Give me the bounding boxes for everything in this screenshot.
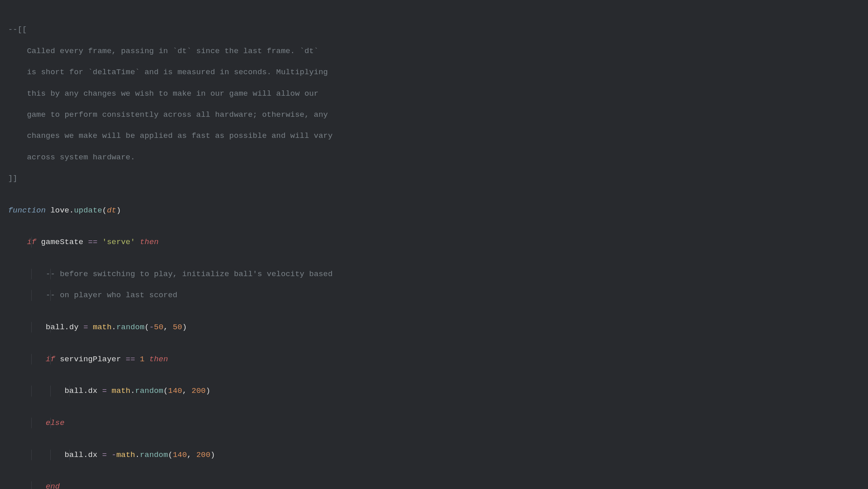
keyword: end bbox=[46, 482, 60, 489]
identifier: servingPlayer bbox=[60, 355, 121, 364]
comment-text: Called every frame, passing in `dt` sinc… bbox=[8, 47, 319, 56]
operator: - bbox=[111, 450, 116, 459]
keyword: else bbox=[46, 418, 64, 427]
code-line: -- on player who last scored bbox=[8, 290, 868, 300]
comment-text: -- on player who last scored bbox=[46, 291, 178, 300]
code-line: ball.dx = -math.random(140, 200) bbox=[8, 450, 868, 460]
identifier: math bbox=[93, 323, 111, 332]
keyword: if bbox=[27, 238, 36, 247]
number: 200 bbox=[192, 386, 206, 395]
identifier: dx bbox=[88, 450, 97, 459]
code-line: ]] bbox=[8, 173, 868, 184]
number: 50 bbox=[154, 323, 163, 332]
code-line: else bbox=[8, 418, 868, 428]
operator: == bbox=[88, 238, 97, 247]
code-line: function love.update(dt) bbox=[8, 205, 868, 216]
comment-text: across system hardware. bbox=[8, 153, 135, 162]
comment-text: --[[ bbox=[8, 25, 27, 34]
comment-text: game to perform consistently across all … bbox=[8, 110, 328, 119]
function-call: random bbox=[116, 323, 145, 332]
code-editor[interactable]: --[[ Called every frame, passing in `dt`… bbox=[0, 0, 868, 489]
operator: = bbox=[84, 323, 88, 332]
identifier: love bbox=[50, 206, 69, 215]
string: 'serve' bbox=[102, 238, 135, 247]
number: 1 bbox=[140, 355, 145, 364]
number: 140 bbox=[173, 450, 187, 459]
identifier: ball bbox=[64, 386, 83, 395]
function-name: update bbox=[74, 206, 102, 215]
comment-text: -- before switching to play, initialize … bbox=[46, 270, 333, 279]
function-call: random bbox=[140, 450, 168, 459]
parameter: dt bbox=[107, 206, 116, 215]
identifier: dx bbox=[88, 386, 97, 395]
operator: = bbox=[102, 386, 107, 395]
code-line: end bbox=[8, 481, 868, 489]
operator: = bbox=[102, 450, 107, 459]
code-line: changes we make will be applied as fast … bbox=[8, 131, 868, 141]
comment-text: ]] bbox=[8, 174, 17, 183]
operator: == bbox=[126, 355, 135, 364]
identifier: math bbox=[111, 386, 130, 395]
operator: - bbox=[149, 323, 154, 332]
code-line: game to perform consistently across all … bbox=[8, 109, 868, 120]
keyword: then bbox=[149, 355, 168, 364]
code-line: --[[ bbox=[8, 24, 868, 35]
code-line: across system hardware. bbox=[8, 152, 868, 163]
identifier: math bbox=[116, 450, 135, 459]
function-call: random bbox=[135, 386, 163, 395]
number: 140 bbox=[168, 386, 182, 395]
identifier: ball bbox=[64, 450, 83, 459]
code-line: ball.dx = math.random(140, 200) bbox=[8, 386, 868, 396]
code-line: this by any changes we wish to make in o… bbox=[8, 88, 868, 99]
identifier: dy bbox=[69, 323, 79, 332]
number: 200 bbox=[196, 450, 210, 459]
number: 50 bbox=[173, 323, 182, 332]
comment-text: this by any changes we wish to make in o… bbox=[8, 89, 319, 98]
code-line: if servingPlayer == 1 then bbox=[8, 354, 868, 365]
comment-text: changes we make will be applied as fast … bbox=[8, 131, 333, 140]
code-line: ball.dy = math.random(-50, 50) bbox=[8, 322, 868, 332]
comment-text: is short for `deltaTime` and is measured… bbox=[8, 68, 328, 77]
keyword: then bbox=[140, 238, 159, 247]
identifier: gameState bbox=[41, 238, 83, 247]
keyword-function: function bbox=[8, 206, 46, 215]
code-line: -- before switching to play, initialize … bbox=[8, 269, 868, 279]
code-line: if gameState == 'serve' then bbox=[8, 237, 868, 247]
code-line: is short for `deltaTime` and is measured… bbox=[8, 67, 868, 77]
identifier: ball bbox=[46, 323, 64, 332]
code-line: Called every frame, passing in `dt` sinc… bbox=[8, 46, 868, 56]
